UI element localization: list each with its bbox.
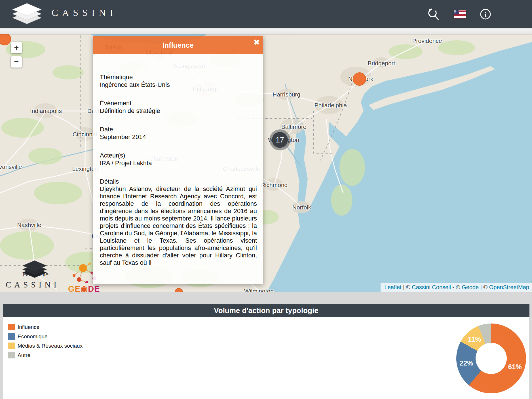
city-label: Norfolk [292, 204, 311, 211]
chart-panel-title: Volume d'action par typologie [3, 304, 529, 317]
popup-field: DateSeptember 2014 [100, 125, 257, 141]
popup-body: ThématiqueIngérence aux États-UnisÉvénem… [93, 54, 263, 284]
city-label: Harrisburg [273, 91, 300, 98]
legend-swatch [8, 343, 15, 349]
popup-header: Influence ✖ [93, 36, 263, 54]
donut-hole [476, 343, 507, 374]
city-label: Evansville [0, 163, 22, 170]
brand-title: CASSINI [52, 7, 117, 18]
geode-logo-text: GE◉DE [68, 284, 100, 292]
attribution-text: - © [451, 284, 462, 290]
legend-swatch [8, 352, 15, 358]
legend-item[interactable]: Influence [8, 322, 83, 332]
geode-letter: G [68, 284, 75, 292]
marker-cluster[interactable]: 17 [269, 129, 290, 150]
legend-label: Influence [18, 324, 39, 330]
geode-letter: E [94, 284, 100, 292]
popup-title: Influence [162, 41, 194, 49]
city-label: Philadelphia [314, 102, 347, 109]
city-label: Nashville [17, 222, 41, 228]
zoom-in-button[interactable]: + [11, 42, 22, 53]
navbar: CASSINI i [0, 0, 532, 28]
donut-percent-label: 22% [460, 359, 473, 367]
map-attribution: Leaflet | © Cassini Conseil - © Geode | … [381, 283, 532, 292]
application-window: CASSINI i [0, 0, 532, 399]
city-label: Richmond [261, 182, 288, 188]
event-popup: Influence ✖ ThématiqueIngérence aux État… [93, 36, 263, 284]
us-flag-icon[interactable] [452, 6, 468, 22]
legend-label: Médias & Réseaux sociaux [18, 343, 83, 349]
legend-label: Autre [18, 352, 30, 358]
popup-field: Acteur(s)IRA / Projet Lakhta [100, 152, 257, 167]
legend-item[interactable]: Médias & Réseaux sociaux [8, 341, 83, 350]
legend-swatch [8, 324, 15, 330]
zoom-out-button[interactable]: − [11, 56, 22, 68]
attribution-link[interactable]: Geode [462, 284, 479, 290]
cassini-layers-logo-icon [10, 2, 44, 26]
attribution-link[interactable]: Cassini Conseil [412, 284, 451, 290]
popup-field: ÉvénementDéfinition de stratégie [100, 99, 257, 115]
legend-item[interactable]: Économique [8, 332, 83, 341]
zoom-control: + − [11, 42, 22, 70]
attribution-link[interactable]: OpenStreetMap [489, 284, 529, 290]
popup-field-label: Thématique [100, 73, 257, 81]
popup-field-value: Ingérence aux États-Unis [100, 81, 257, 89]
city-label: Baltimore [281, 123, 307, 130]
donut-chart[interactable]: 61%22%11% [456, 324, 526, 393]
geode-letter: E [75, 284, 81, 292]
cassini-layers-dark-icon [20, 260, 49, 280]
popup-field-value: Définition de stratégie [100, 107, 257, 115]
popup-field: DétailsDjeykhun Aslanov, directeur de la… [100, 178, 257, 266]
city-label: Indianapolis [30, 108, 62, 114]
attribution-text: | © [479, 284, 489, 290]
popup-field-value: IRA / Projet Lakhta [100, 159, 257, 167]
attribution-link[interactable]: Leaflet [385, 284, 402, 290]
popup-field: ThématiqueIngérence aux États-Unis [100, 73, 257, 89]
donut-percent-label: 61% [508, 363, 522, 371]
chart-legend: InfluenceÉconomiqueMédias & Réseaux soci… [8, 322, 83, 360]
city-label: Wilmington [244, 288, 274, 292]
svg-text:i: i [485, 11, 487, 18]
event-marker[interactable] [353, 72, 366, 86]
map-tiles [0, 34, 532, 292]
info-icon[interactable]: i [478, 6, 493, 22]
legend-swatch [8, 333, 15, 340]
chart-panel: Volume d'action par typologie InfluenceÉ… [3, 304, 529, 399]
popup-field-label: Date [100, 125, 257, 133]
popup-field-label: Acteur(s) [100, 152, 257, 159]
geode-letter: ◉ [81, 284, 88, 292]
cluster-count: 17 [272, 132, 288, 148]
close-icon[interactable]: ✖ [254, 38, 260, 47]
cassini-watermark-text: CASSINI [6, 280, 60, 289]
popup-field-value: September 2014 [100, 133, 257, 141]
city-label: Providence [412, 37, 442, 44]
toolbar-strip [0, 28, 532, 34]
map-viewport[interactable]: ToledoClevelandYoungstownPittsburghProvi… [0, 34, 532, 292]
legend-label: Économique [18, 333, 48, 340]
popup-field-label: Détails [100, 178, 257, 185]
donut-percent-label: 11% [468, 335, 481, 343]
popup-field-label: Événement [100, 99, 257, 107]
legend-item[interactable]: Autre [8, 350, 83, 360]
city-label: Bridgeport [368, 60, 395, 67]
attribution-text: | © [402, 284, 412, 290]
geode-letter: D [88, 284, 94, 292]
search-icon[interactable] [425, 6, 441, 22]
cassini-watermark: CASSINI [6, 260, 60, 289]
popup-field-value: Djeykhun Aslanov, directeur de la sociét… [100, 185, 257, 266]
